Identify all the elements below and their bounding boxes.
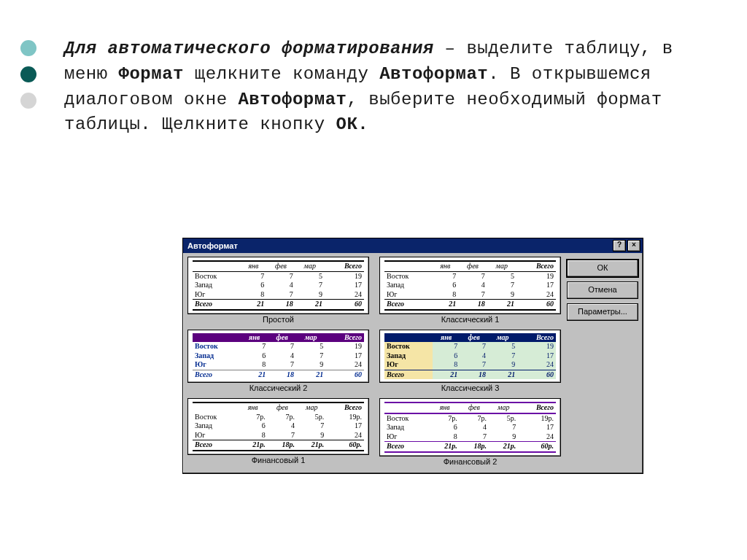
command-autoformat: Автоформат [379,64,488,84]
format-caption: Простой [187,314,369,325]
format-option-fin2[interactable]: янв фев мар Всего Восток7р.7р.5р.19р. За… [379,398,561,456]
format-caption: Классический 1 [379,314,561,325]
format-caption: Финансовый 2 [379,456,561,467]
button-name-ok: ОК. [336,114,369,134]
format-option-classic2[interactable]: янв фев мар Всего Восток77519 Запад64717… [187,330,369,384]
menu-name-format: Формат [119,64,184,84]
autoformat-dialog: Автоформат ? × янв ф [182,238,643,474]
bullet-dot [20,66,36,82]
dialog-button-column: ОК Отмена Параметры... [567,257,638,467]
ok-button[interactable]: ОК [567,260,638,277]
format-option-classic3[interactable]: янв фев мар Всего Восток77519 Запад64717… [379,330,561,384]
format-option-classic1[interactable]: янв фев мар Всего Восток77519 Запад64717… [379,257,561,314]
dialog-titlebar: Автоформат ? × [183,238,643,253]
cancel-button[interactable]: Отмена [567,281,638,299]
format-option-fin1[interactable]: янв фев мар Всего Восток7р.7р.5р.19р. За… [187,398,369,455]
format-option-simple[interactable]: янв фев мар Всего Восток77519 Запад64717… [187,257,369,314]
dialog-title: Автоформат [187,241,238,250]
params-button[interactable]: Параметры... [567,303,638,321]
format-caption: Финансовый 1 [187,455,369,466]
bullet-dot [20,93,36,109]
format-caption: Классический 3 [379,383,561,394]
phrase-autoformat-title: Для автоматического форматирования [64,39,434,58]
close-button[interactable]: × [627,240,640,252]
format-caption: Классический 2 [187,383,369,394]
slide-bullets [20,40,36,109]
dialog-name-autoformat: Автоформат [238,90,347,109]
instruction-paragraph: Для автоматического форматирования – выд… [64,36,692,138]
bullet-dot [20,40,36,56]
help-button[interactable]: ? [613,240,626,252]
